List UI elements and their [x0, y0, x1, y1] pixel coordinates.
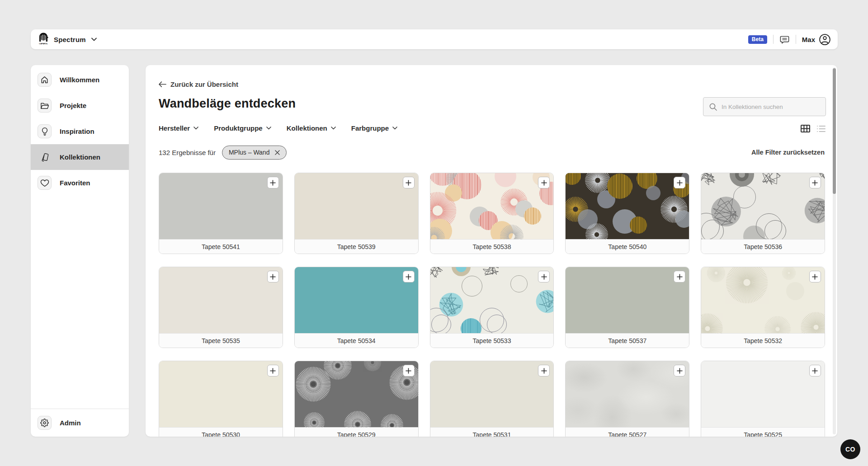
wallpaper-pattern-shape — [462, 276, 482, 297]
tile-label: Tapete 50533 — [430, 333, 554, 348]
filter-dropdown-kollektionen[interactable]: Kollektionen — [287, 124, 336, 132]
search-box[interactable] — [703, 97, 826, 116]
search-input[interactable] — [722, 104, 820, 110]
content-panel: Zurück zur Übersicht Wandbeläge entdecke… — [146, 65, 837, 437]
add-to-favorites-button[interactable] — [809, 271, 821, 282]
add-to-favorites-button[interactable] — [267, 365, 279, 377]
wallpaper-pattern-shape — [707, 267, 726, 282]
sidebar-item-label: Projekte — [60, 102, 86, 109]
collection-tile[interactable]: Tapete 50534 — [294, 267, 419, 348]
page-title: Wandbeläge entdecken — [159, 97, 296, 111]
reset-filters-link[interactable]: Alle Filter zurücksetzen — [751, 149, 825, 156]
filter-label: Hersteller — [159, 124, 190, 132]
feedback-chat-icon[interactable] — [779, 34, 790, 45]
wallpaper-preview — [566, 361, 689, 427]
chevron-down-icon — [266, 127, 271, 130]
chip-close-icon[interactable] — [275, 150, 280, 155]
collection-tile[interactable]: Tapete 50535 — [159, 267, 283, 348]
tile-label: Tapete 50539 — [295, 239, 418, 254]
tile-label: Tapete 50541 — [159, 239, 283, 254]
scrollbar-track[interactable] — [833, 67, 836, 434]
add-to-favorites-button[interactable] — [403, 365, 415, 377]
user-name[interactable]: Max — [802, 36, 815, 43]
wallpaper-pattern-shape — [430, 226, 445, 239]
wallpaper-pattern-shape — [585, 223, 609, 239]
cobrowse-floating-button[interactable]: CO — [840, 439, 860, 459]
grid-view-toggle[interactable] — [800, 124, 811, 133]
sidebar-item-willkommen[interactable]: Willkommen — [31, 67, 129, 93]
scrollbar-thumb[interactable] — [833, 68, 836, 194]
add-to-favorites-button[interactable] — [538, 365, 550, 377]
collection-tile[interactable]: Tapete 50536 — [701, 173, 825, 254]
wallpaper-pattern-shape — [481, 267, 500, 278]
active-filter-chip[interactable]: MPlus – Wand — [222, 146, 287, 160]
add-to-favorites-button[interactable] — [267, 177, 279, 188]
brand[interactable]: CAPAROL Spectrum — [38, 32, 97, 47]
sidebar-item-kollektionen[interactable]: Kollektionen — [31, 144, 129, 170]
add-to-favorites-button[interactable] — [674, 177, 685, 188]
tile-label: Tapete 50536 — [701, 239, 825, 254]
wallpaper-preview — [295, 361, 418, 427]
wallpaper-pattern-shape — [430, 267, 444, 279]
collection-tile[interactable]: Tapete 50533 — [430, 267, 554, 348]
filter-label: Kollektionen — [287, 124, 327, 132]
collection-tile[interactable]: Tapete 50531 — [430, 361, 554, 437]
collection-tile[interactable]: Tapete 50527 — [565, 361, 689, 437]
results-count: 132 Ergebnisse für — [159, 149, 216, 156]
add-to-favorites-button[interactable] — [267, 271, 279, 282]
folder-icon — [38, 99, 52, 113]
wallpaper-pattern-shape — [431, 315, 451, 333]
wallpaper-preview — [566, 267, 689, 333]
add-to-favorites-button[interactable] — [809, 177, 821, 188]
sidebar-item-label: Admin — [60, 419, 81, 427]
tile-label: Tapete 50538 — [430, 239, 554, 254]
wallpaper-preview — [430, 267, 554, 333]
add-to-favorites-button[interactable] — [403, 177, 415, 188]
sidebar-item-favoriten[interactable]: Favoriten — [31, 170, 129, 196]
caparol-logo-icon: CAPAROL — [38, 32, 49, 47]
add-to-favorites-button[interactable] — [538, 177, 550, 188]
collection-tile[interactable]: Tapete 50530 — [159, 361, 283, 437]
filter-label: Farbgruppe — [351, 124, 389, 132]
collection-tile[interactable]: Tapete 50539 — [294, 173, 419, 254]
sidebar-item-admin[interactable]: Admin — [31, 409, 129, 437]
collection-tile[interactable]: Tapete 50525 — [701, 361, 825, 437]
gear-icon — [38, 416, 52, 430]
collection-tile[interactable]: Tapete 50537 — [565, 267, 689, 348]
add-to-favorites-button[interactable] — [403, 271, 415, 282]
wallpaper-pattern-shape — [500, 224, 524, 239]
wallpaper-pattern-shape — [646, 186, 660, 200]
collection-tile[interactable]: Tapete 50532 — [701, 267, 825, 348]
wallpaper-pattern-shape — [535, 289, 554, 314]
back-link[interactable]: Zurück zur Übersicht — [159, 80, 238, 88]
filter-dropdown-farbgruppe[interactable]: Farbgruppe — [351, 124, 397, 132]
sidebar-item-label: Favoriten — [60, 179, 90, 187]
add-to-favorites-button[interactable] — [674, 365, 685, 377]
collection-tile[interactable]: Tapete 50529 — [294, 361, 419, 437]
header-divider — [796, 35, 796, 44]
wallpaper-pattern-shape — [487, 315, 507, 333]
add-to-favorites-button[interactable] — [538, 271, 550, 282]
wallpaper-pattern-shape — [782, 267, 796, 280]
filter-dropdown-produktgruppe[interactable]: Produktgruppe — [214, 124, 271, 132]
collection-tile[interactable]: Tapete 50540 — [565, 173, 689, 254]
wallpaper-pattern-shape — [495, 173, 516, 187]
wallpaper-pattern-shape — [800, 311, 825, 333]
wallpaper-pattern-shape — [380, 414, 404, 427]
collection-tile[interactable]: Tapete 50538 — [430, 173, 554, 254]
add-to-favorites-button[interactable] — [809, 365, 821, 377]
wallpaper-preview — [430, 173, 554, 239]
wallpaper-pattern-shape — [786, 282, 804, 300]
wallpaper-pattern-shape — [630, 217, 647, 234]
filter-dropdown-hersteller[interactable]: Hersteller — [159, 124, 198, 132]
user-avatar-icon[interactable] — [819, 33, 831, 46]
collection-tile[interactable]: Tapete 50541 — [159, 173, 283, 254]
chevron-down-icon — [392, 127, 397, 130]
add-to-favorites-button[interactable] — [674, 271, 685, 282]
sidebar-nav: WillkommenProjekteInspirationKollektione… — [31, 67, 129, 196]
back-link-label: Zurück zur Übersicht — [170, 80, 238, 88]
sidebar-item-inspiration[interactable]: Inspiration — [31, 118, 129, 144]
sidebar-item-projekte[interactable]: Projekte — [31, 93, 129, 118]
list-view-toggle[interactable] — [816, 124, 826, 133]
beta-badge: Beta — [748, 35, 767, 44]
